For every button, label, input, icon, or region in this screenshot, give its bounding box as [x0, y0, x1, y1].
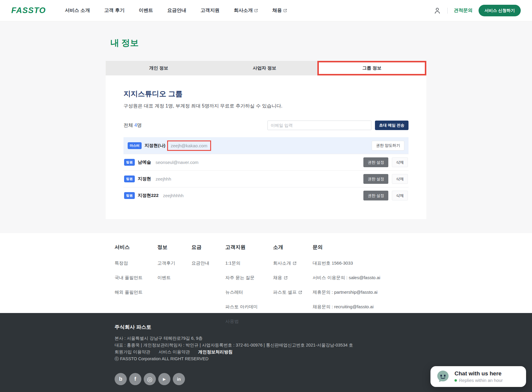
footer-column-문의: 문의대표번호 1566-3033서비스 이용문의 : sales@fassto.…	[313, 244, 426, 333]
fassto-logo[interactable]: FASSTO	[11, 6, 46, 15]
page-title: 내 정보	[106, 21, 426, 61]
nav-item-label: 채용	[272, 7, 282, 14]
invite-controls: 초대 메일 전송	[267, 121, 408, 130]
footer-link-고객후기[interactable]: 고객후기	[157, 260, 191, 266]
nav-item-요금안내[interactable]: 요금안내	[167, 7, 186, 14]
nav-item-회사소개[interactable]: 회사소개	[234, 7, 258, 14]
tab-그룹 정보[interactable]: 그룹 정보	[317, 61, 426, 75]
member-email: zeejhhh	[156, 176, 171, 181]
main-nav: 서비스 소개고객 후기이벤트요금안내고객지원회사소개채용	[65, 7, 287, 14]
member-list: 마스터지정현(나)zeejh@kakao.com권한 양도하기팀원남예슬seon…	[124, 137, 408, 204]
footer-link-자주 묻는 질문[interactable]: 자주 묻는 질문	[225, 275, 273, 281]
member-actions: 권한 설정삭제	[363, 174, 408, 184]
group-name: 지지스튜디오 그룹	[124, 89, 408, 99]
member-total-label: 전체 4명	[124, 122, 142, 129]
legal-link-개인정보처리방침[interactable]: 개인정보처리방침	[198, 349, 233, 355]
member-action-삭제[interactable]: 삭제	[392, 174, 408, 184]
nav-item-이벤트[interactable]: 이벤트	[139, 7, 153, 14]
member-email: zeejhhhhh	[163, 193, 183, 198]
footer-link-label: 회사소개	[273, 260, 291, 266]
legal-link-회원가입 이용약관[interactable]: 회원가입 이용약관	[115, 349, 150, 355]
youtube-icon-glyph: ▶	[163, 377, 166, 381]
quote-inquiry-link[interactable]: 견적문의	[454, 7, 473, 14]
footer-link-서비스 이용문의 : sales@fassto.ai: 서비스 이용문의 : sales@fassto.ai	[313, 275, 426, 281]
footer-link-label: 파스토 아카데미	[225, 304, 258, 310]
footer-link-대표번호 1566-3033: 대표번호 1566-3033	[313, 260, 426, 266]
footer-link-1:1문의[interactable]: 1:1문의	[225, 260, 273, 266]
footer-link-label: 채용	[273, 275, 282, 281]
footer-link-채용[interactable]: 채용	[273, 275, 313, 281]
footer-link-label: 사용법	[225, 319, 239, 324]
footer-column-서비스: 서비스특장점국내 풀필먼트해외 풀필먼트	[115, 244, 157, 333]
member-name: 지정현(나)	[145, 143, 165, 148]
nav-item-label: 이벤트	[139, 7, 153, 14]
footer-column-title: 서비스	[115, 244, 157, 251]
footer-column-소개: 소개회사소개채용파스토 셀프	[273, 244, 313, 333]
legal-links: 회원가입 이용약관서비스 이용약관개인정보처리방침	[115, 349, 426, 355]
footer-link-해외 풀필먼트[interactable]: 해외 풀필먼트	[115, 290, 157, 295]
member-row: 팀원지정현222zeejhhhhh권한 설정삭제	[124, 187, 408, 204]
nav-item-label: 고객지원	[200, 7, 219, 14]
nav-item-고객지원[interactable]: 고객지원	[200, 7, 219, 14]
invite-email-input[interactable]	[267, 121, 371, 130]
nav-item-고객 후기[interactable]: 고객 후기	[104, 7, 124, 14]
footer-columns: 서비스특장점국내 풀필먼트해외 풀필먼트정보고객후기이벤트요금요금안내고객지원1…	[106, 233, 426, 333]
member-action-삭제[interactable]: 삭제	[392, 191, 408, 200]
external-link-icon	[293, 261, 297, 265]
page-area: 내 정보 개인 정보사업자 정보그룹 정보 지지스튜디오 그룹 구성원은 대표 …	[0, 21, 532, 233]
role-badge: 마스터	[128, 142, 142, 149]
chat-status: Replies within an hour	[455, 378, 503, 383]
footer-link-특장점[interactable]: 특장점	[115, 260, 157, 266]
member-action-권한 설정[interactable]: 권한 설정	[363, 157, 388, 167]
footer-link-파스토 셀프[interactable]: 파스토 셀프	[273, 290, 313, 295]
footer-link-사용법[interactable]: 사용법	[225, 319, 273, 324]
footer-link-label: 대표번호 1566-3033	[313, 260, 353, 266]
nav-item-서비스 소개[interactable]: 서비스 소개	[65, 7, 90, 14]
header-divider	[447, 8, 448, 14]
tab-사업자 정보[interactable]: 사업자 정보	[212, 61, 318, 75]
service-apply-button[interactable]: 서비스 신청하기	[479, 5, 521, 16]
legal-link-서비스 이용약관[interactable]: 서비스 이용약관	[159, 349, 190, 355]
member-action-권한 설정[interactable]: 권한 설정	[363, 174, 388, 184]
linkedin-icon[interactable]: in	[173, 373, 185, 385]
member-actions: 권한 설정삭제	[363, 157, 408, 167]
footer-link-label: 1:1문의	[225, 260, 240, 266]
instagram-icon[interactable]: ◎	[144, 373, 156, 385]
footer-link-뉴스레터[interactable]: 뉴스레터	[225, 290, 273, 295]
naver-blog-icon[interactable]: b	[115, 373, 127, 385]
copyright: ⓒ FASSTO Corporation ALL RIGHT RESERVED	[115, 355, 426, 362]
footer-link-label: 요금안내	[191, 260, 209, 266]
footer-link-요금안내[interactable]: 요금안내	[191, 260, 225, 266]
footer-link-label: 국내 풀필먼트	[115, 275, 142, 281]
footer-link-label: 자주 묻는 질문	[225, 275, 254, 281]
chat-launcher[interactable]: Chat with us here Replies within an hour	[430, 366, 526, 387]
footer-link-이벤트[interactable]: 이벤트	[157, 275, 191, 281]
footer-link-채용문의 : recruiting@fassto.ai: 채용문의 : recruiting@fassto.ai	[313, 304, 426, 310]
nav-item-label: 요금안내	[167, 7, 186, 14]
facebook-icon[interactable]: f	[129, 373, 141, 385]
member-action-권한 설정[interactable]: 권한 설정	[363, 191, 388, 200]
footer-link-제휴문의 : partnership@fassto.ai: 제휴문의 : partnership@fassto.ai	[313, 290, 426, 295]
tab-개인 정보[interactable]: 개인 정보	[106, 61, 212, 75]
footer-link-label: 해외 풀필먼트	[115, 290, 142, 295]
external-link-icon	[298, 290, 302, 294]
nav-item-채용[interactable]: 채용	[272, 7, 287, 14]
account-icon[interactable]	[433, 7, 441, 15]
footer-link-회사소개[interactable]: 회사소개	[273, 260, 313, 266]
footer-column-title: 정보	[157, 244, 191, 251]
member-action-삭제[interactable]: 삭제	[392, 157, 408, 167]
footer-link-파스토 아카데미[interactable]: 파스토 아카데미	[225, 304, 273, 310]
footer-link-국내 풀필먼트[interactable]: 국내 풀필먼트	[115, 275, 157, 281]
member-actions: 권한 설정삭제	[363, 191, 408, 200]
footer-column-title: 문의	[313, 244, 426, 251]
member-row: 팀원지정현zeejhhh권한 설정삭제	[124, 170, 408, 187]
member-action-권한 양도하기[interactable]: 권한 양도하기	[372, 141, 404, 151]
youtube-icon[interactable]: ▶	[158, 373, 170, 385]
send-invite-button[interactable]: 초대 메일 전송	[375, 121, 408, 130]
footer-link-label: 특장점	[115, 260, 128, 266]
social-icons: bf◎▶in	[115, 373, 426, 385]
member-name: 남예슬	[138, 159, 151, 165]
naver-blog-icon-glyph: b	[119, 376, 122, 382]
member-row: 마스터지정현(나)zeejh@kakao.com권한 양도하기	[124, 137, 408, 154]
nav-item-label: 고객 후기	[104, 7, 124, 14]
